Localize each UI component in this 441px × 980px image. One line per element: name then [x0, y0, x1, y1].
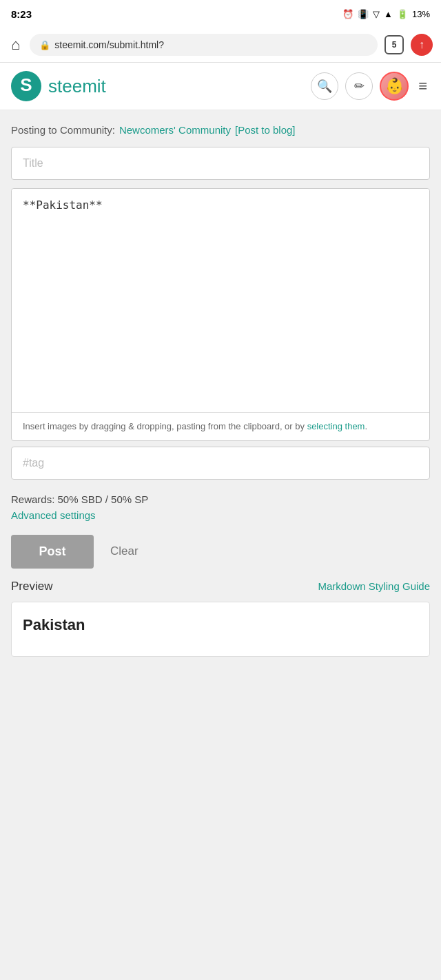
- advanced-settings-link[interactable]: Advanced settings: [11, 509, 430, 521]
- select-files-link[interactable]: selecting them: [307, 421, 365, 431]
- signal-icon: ▲: [384, 9, 393, 19]
- editor-hint-text: Insert images by dragging & dropping, pa…: [23, 421, 307, 431]
- editor-hint-end: .: [365, 421, 367, 431]
- action-row: Post Clear: [11, 535, 430, 569]
- search-button[interactable]: 🔍: [311, 72, 338, 100]
- preview-heading: Pakistan: [23, 616, 418, 634]
- avatar-image: 👶: [385, 77, 404, 95]
- hamburger-menu[interactable]: ≡: [416, 74, 430, 98]
- markdown-guide-link[interactable]: Markdown Styling Guide: [318, 580, 430, 592]
- brand: S steemit: [11, 71, 106, 101]
- brand-name: steemit: [48, 76, 106, 97]
- edit-icon: ✏: [354, 79, 365, 94]
- page-content: Posting to Community: Newcomers' Communi…: [0, 110, 441, 671]
- status-time: 8:23: [11, 8, 32, 20]
- svg-text:S: S: [20, 74, 32, 95]
- preview-label: Preview: [11, 580, 52, 593]
- home-button[interactable]: ⌂: [8, 33, 23, 57]
- lock-icon: 🔒: [39, 40, 50, 50]
- tag-input[interactable]: [11, 447, 430, 480]
- content-editor[interactable]: **Pakistan**: [12, 189, 429, 409]
- address-bar[interactable]: 🔒 steemit.com/submit.html?: [30, 34, 378, 56]
- tab-count-button[interactable]: 5: [384, 35, 404, 54]
- nav-actions: 🔍 ✏ 👶 ≡: [311, 72, 430, 101]
- rewards-text: Rewards: 50% SBD / 50% SP: [11, 493, 430, 505]
- preview-content: Pakistan: [23, 616, 418, 634]
- title-input[interactable]: [11, 147, 430, 180]
- upload-arrow-icon: ↑: [419, 39, 424, 51]
- brand-logo: S: [11, 71, 41, 101]
- vibrate-icon: 📳: [358, 9, 369, 19]
- battery-icon: 🔋: [397, 9, 408, 19]
- search-icon: 🔍: [317, 79, 332, 94]
- avatar[interactable]: 👶: [380, 72, 409, 101]
- browser-bar: ⌂ 🔒 steemit.com/submit.html? 5 ↑: [0, 28, 441, 63]
- editor-container: **Pakistan** Insert images by dragging &…: [11, 188, 430, 441]
- editor-hint: Insert images by dragging & dropping, pa…: [12, 412, 429, 440]
- rewards-section: Rewards: 50% SBD / 50% SP Advanced setti…: [11, 493, 430, 521]
- battery-percent: 13%: [412, 9, 430, 19]
- post-to-blog-link[interactable]: [Post to blog]: [235, 124, 296, 136]
- community-prefix: Posting to Community:: [11, 124, 115, 136]
- preview-row: Preview Markdown Styling Guide: [11, 580, 430, 593]
- status-bar: 8:23 ⏰ 📳 ▽ ▲ 🔋 13%: [0, 0, 441, 28]
- community-name[interactable]: Newcomers' Community: [119, 124, 231, 136]
- clear-button[interactable]: Clear: [110, 542, 139, 561]
- status-icons: ⏰ 📳 ▽ ▲ 🔋 13%: [342, 9, 430, 19]
- edit-button[interactable]: ✏: [345, 72, 373, 100]
- alarm-icon: ⏰: [342, 9, 353, 19]
- url-text: steemit.com/submit.html?: [54, 39, 164, 50]
- post-button[interactable]: Post: [11, 535, 94, 569]
- upload-button[interactable]: ↑: [411, 34, 433, 56]
- wifi-icon: ▽: [373, 9, 380, 19]
- nav-bar: S steemit 🔍 ✏ 👶 ≡: [0, 63, 441, 110]
- community-bar: Posting to Community: Newcomers' Communi…: [11, 124, 430, 136]
- preview-box: Pakistan: [11, 602, 430, 657]
